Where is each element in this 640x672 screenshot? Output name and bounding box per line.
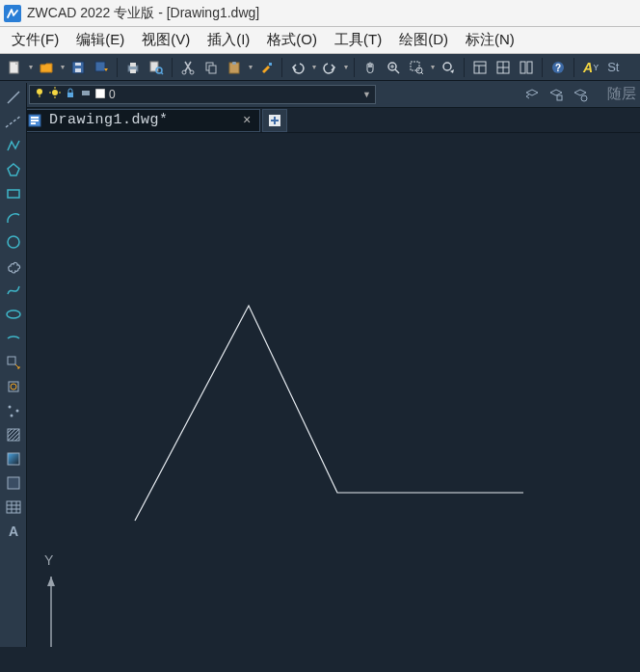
undo-button[interactable] [287,57,308,78]
gradient-tool-button[interactable] [3,448,24,470]
close-tab-button[interactable]: × [243,113,252,128]
svg-point-37 [37,89,42,94]
zoom-dropdown-icon[interactable]: ▾ [429,57,436,78]
make-block-tool-button[interactable] [3,376,24,397]
rectangle-tool-button[interactable] [3,183,24,204]
table-tool-button[interactable] [3,497,24,518]
svg-rect-27 [474,62,486,73]
print-button[interactable] [122,57,144,78]
ellipse-tool-button[interactable] [3,304,24,325]
svg-rect-23 [411,62,419,70]
redo-dropdown-icon[interactable]: ▾ [342,57,349,78]
menubar: 文件(F) 编辑(E) 视图(V) 插入(I) 格式(O) 工具(T) 绘图(D… [0,27,640,54]
zoom-realtime-button[interactable] [383,57,404,78]
document-tab[interactable]: Drawing1.dwg* × [19,109,260,132]
main-area: A ▼ Drawing1.dwg* × [0,108,640,647]
layer-prev-button[interactable] [521,84,543,105]
region-tool-button[interactable] [3,472,24,494]
layer-dropdown[interactable]: 0 ▼ [29,85,376,104]
toolbar-separator [542,58,543,77]
svg-point-13 [190,70,194,74]
svg-line-11 [161,72,163,74]
xline-tool-button[interactable] [3,111,24,132]
svg-point-39 [52,90,58,95]
toolpalette-button[interactable] [516,57,537,78]
layer-state-button[interactable] [546,84,567,105]
svg-line-65 [12,433,19,441]
menu-insert[interactable]: 插入(I) [200,29,257,51]
text-style-button[interactable]: Aʏ [579,57,603,78]
polyline-tool-button[interactable] [3,135,24,156]
new-tab-button[interactable] [262,109,287,132]
polygon-tool-button[interactable] [3,159,24,180]
point-tool-button[interactable] [3,400,24,421]
svg-rect-1 [10,62,18,73]
menu-draw[interactable]: 绘图(D) [391,29,456,51]
toolbar-separator [117,58,118,77]
insert-block-tool-button[interactable] [3,352,24,373]
svg-point-35 [552,62,564,73]
zoom-prev-button[interactable] [438,57,459,78]
redo-button[interactable] [319,57,340,78]
svg-rect-2 [72,62,84,73]
svg-rect-77 [31,120,39,121]
spline-tool-button[interactable] [3,280,24,301]
circle-tool-button[interactable] [3,231,24,253]
menu-dimension[interactable]: 标注(N) [458,29,522,51]
app-logo-icon [4,5,21,22]
cut-button[interactable] [177,57,199,78]
app-title: ZWCAD 2022 专业版 - [Drawing1.dwg] [27,5,259,22]
paste-button[interactable] [224,57,245,78]
saveas-button[interactable] [91,57,112,78]
layer-lock-icon [65,87,76,101]
menu-view[interactable]: 视图(V) [134,29,198,51]
ellipse-arc-tool-button[interactable] [3,328,24,349]
svg-rect-16 [229,63,239,73]
svg-line-25 [421,72,423,74]
text-tool-button[interactable]: A [3,521,24,542]
svg-point-10 [156,67,162,73]
paste-dropdown-icon[interactable]: ▾ [247,57,253,78]
svg-rect-52 [8,190,19,198]
svg-point-48 [581,95,587,101]
menu-file[interactable]: 文件(F) [4,29,67,51]
matchprop-button[interactable] [255,57,277,78]
menu-edit[interactable]: 编辑(E) [68,29,132,51]
menu-format[interactable]: 格式(O) [259,29,325,51]
designcenter-button[interactable] [493,57,514,78]
hatch-tool-button[interactable] [3,424,24,445]
undo-dropdown-icon[interactable]: ▾ [310,57,317,78]
open-button[interactable] [36,57,57,78]
layer-iso-button[interactable] [570,84,591,105]
svg-line-50 [6,116,21,127]
svg-rect-34 [527,62,532,73]
help-button[interactable]: ? [547,57,569,78]
layer-color-swatch [95,88,105,101]
svg-rect-55 [8,357,15,364]
open-dropdown-icon[interactable]: ▾ [59,57,66,78]
svg-marker-51 [8,164,19,175]
svg-line-49 [8,92,19,103]
revcloud-tool-button[interactable] [3,255,24,277]
copy-button[interactable] [200,57,222,78]
svg-point-57 [11,384,16,390]
new-button[interactable] [4,57,25,78]
pan-button[interactable] [360,57,381,78]
arc-tool-button[interactable] [3,207,24,228]
save-button[interactable] [67,57,89,78]
properties-button[interactable] [469,57,491,78]
new-dropdown-icon[interactable]: ▾ [27,57,34,78]
menu-tools[interactable]: 工具(T) [327,29,389,51]
toolbar-separator [172,58,173,77]
preview-button[interactable] [146,57,167,78]
zoom-window-button[interactable] [406,57,427,78]
svg-rect-44 [67,93,73,97]
layer-name-label: 0 [109,88,116,101]
svg-line-62 [8,429,12,433]
drawing-canvas[interactable]: Y X [27,133,640,647]
bylayer-label: 随层 [607,85,636,103]
svg-line-20 [395,69,399,73]
toolbar-separator [573,58,574,77]
drawing-svg [27,133,640,647]
line-tool-button[interactable] [3,87,24,108]
